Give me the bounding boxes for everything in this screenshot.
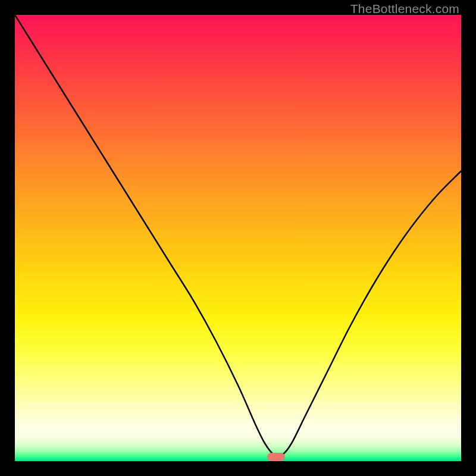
chart-frame: TheBottleneck.com	[0, 0, 476, 476]
plot-area	[15, 15, 461, 461]
bottleneck-curve	[15, 15, 461, 461]
optimum-marker	[267, 453, 285, 461]
watermark-text: TheBottleneck.com	[350, 2, 459, 16]
